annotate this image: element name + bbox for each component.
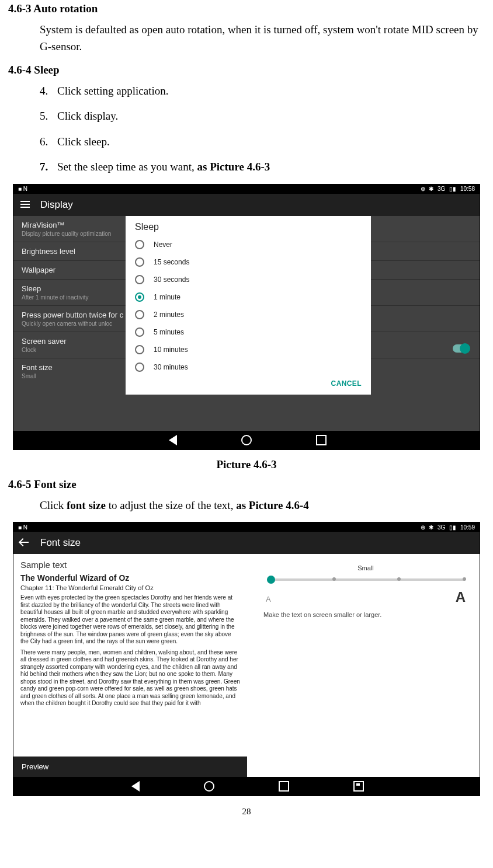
nav-home-icon[interactable] — [241, 435, 252, 445]
radio-icon — [135, 345, 144, 354]
font-size-controls-panel: Small A A Make the text on screen smalle… — [247, 554, 480, 777]
screenshot-font-size: ■ N ⊕ ✱ 3G ▯▮ 10:59 Font size Sample tex… — [13, 522, 480, 796]
step-number: 4. — [40, 82, 57, 99]
radio-icon — [135, 310, 144, 319]
screenshot-sleep-dialog: ■ N ⊕ ✱ 3G ▯▮ 10:58 Display MiraVision™ … — [13, 184, 480, 450]
radio-icon — [135, 327, 144, 337]
sleep-option-never[interactable]: Never — [135, 236, 362, 253]
radio-icon — [135, 275, 144, 284]
option-label: 30 minutes — [154, 363, 188, 371]
sleep-option-30m[interactable]: 30 minutes — [135, 358, 362, 376]
sample-paragraph-2: There were many people, men, women and c… — [20, 649, 240, 707]
nav-home-icon[interactable] — [204, 781, 214, 792]
status-right: ⊕ ✱ 3G ▯▮ 10:59 — [419, 524, 477, 531]
fs-para-c: to adjust the size of the text, — [106, 499, 236, 511]
preview-label: Preview — [22, 762, 48, 771]
small-a-icon: A — [266, 595, 271, 604]
sleep-option-15s[interactable]: 15 seconds — [135, 253, 362, 271]
step7-text-a: Set the sleep time as you want, — [57, 161, 197, 173]
option-label: 5 minutes — [154, 328, 184, 336]
font-size-preview-panel: Sample text The Wonderful Wizard of Oz C… — [13, 554, 247, 777]
option-label: 30 seconds — [154, 276, 189, 284]
step-number: 5. — [40, 107, 57, 124]
fs-para-b: font size — [67, 499, 106, 511]
status-left: ■ N — [17, 524, 29, 531]
step7-text-b: as Picture 4.6-3 — [197, 161, 270, 173]
radio-icon — [135, 240, 144, 249]
sleep-step-6: 6. Click sleep. — [40, 133, 487, 150]
slider-tick — [397, 577, 401, 581]
font-size-helper-text: Make the text on screen smaller or large… — [263, 611, 468, 618]
sleep-dialog: Sleep Never 15 seconds 30 seconds 1 minu… — [126, 216, 371, 395]
slider-tick — [463, 577, 466, 581]
android-status-bar: ■ N ⊕ ✱ 3G ▯▮ 10:59 — [13, 522, 480, 532]
sample-text-area: Sample text The Wonderful Wizard of Oz C… — [13, 554, 247, 757]
sample-paragraph-1: Even with eyes protected by the green sp… — [20, 594, 240, 646]
status-left: ■ N — [17, 186, 29, 192]
step-text: Click setting application. — [57, 82, 169, 99]
sleep-step-5: 5. Click display. — [40, 107, 487, 124]
status-right: ⊕ ✱ 3G ▯▮ 10:58 — [419, 186, 477, 192]
section-heading-font-size: 4.6-5 Font size — [8, 478, 487, 491]
android-status-bar: ■ N ⊕ ✱ 3G ▯▮ 10:58 — [13, 184, 480, 194]
option-label: 1 minute — [154, 293, 180, 301]
step-text: Click display. — [57, 107, 118, 124]
step-text: Set the sleep time as you want, as Pictu… — [57, 158, 270, 175]
nav-back-icon[interactable] — [129, 781, 140, 792]
font-size-slider[interactable] — [267, 578, 464, 581]
radio-icon — [135, 257, 144, 267]
sample-label: Sample text — [20, 560, 240, 571]
app-bar-title: Font size — [40, 537, 81, 549]
fs-para-d: as Picture 4.6-4 — [236, 499, 309, 511]
hamburger-menu-icon[interactable] — [20, 199, 30, 211]
step-number: 6. — [40, 133, 57, 150]
app-bar-font-size: Font size — [13, 532, 480, 554]
nav-recent-icon[interactable] — [316, 435, 327, 445]
app-bar-title: Display — [40, 199, 73, 211]
sleep-dialog-cancel-button[interactable]: CANCEL — [331, 379, 362, 388]
radio-selected-icon — [135, 292, 144, 302]
android-nav-bar — [13, 431, 480, 449]
option-label: Never — [154, 240, 172, 249]
sample-book-title: The Wonderful Wizard of Oz — [20, 573, 240, 584]
section-heading-sleep: 4.6-4 Sleep — [8, 64, 487, 76]
android-nav-bar — [13, 777, 480, 796]
radio-icon — [135, 362, 144, 372]
step-number: 7. — [40, 158, 57, 175]
sleep-step-4: 4. Click setting application. — [40, 82, 487, 99]
slider-value-label: Small — [263, 564, 468, 571]
figure-caption-1: Picture 4.6-3 — [6, 458, 487, 471]
section-heading-auto-rotation: 4.6-3 Auto rotation — [8, 2, 487, 15]
nav-recent-icon[interactable] — [279, 781, 289, 792]
option-label: 15 seconds — [154, 258, 189, 266]
app-bar-display: Display — [13, 194, 480, 216]
slider-thumb[interactable] — [267, 576, 275, 584]
sleep-steps-list: 4. Click setting application. 5. Click d… — [40, 82, 487, 176]
sleep-option-10m[interactable]: 10 minutes — [135, 341, 362, 358]
nav-screenshot-icon[interactable] — [353, 781, 364, 792]
sleep-option-1m[interactable]: 1 minute — [135, 288, 362, 306]
sleep-dialog-title: Sleep — [135, 222, 362, 232]
option-label: 2 minutes — [154, 311, 184, 319]
font-size-paragraph: Click font size to adjust the size of th… — [40, 497, 487, 514]
sleep-option-5m[interactable]: 5 minutes — [135, 323, 362, 341]
page-number: 28 — [6, 807, 487, 817]
slider-tick — [332, 577, 336, 581]
sleep-step-7: 7. Set the sleep time as you want, as Pi… — [40, 158, 487, 175]
fs-para-a: Click — [40, 499, 67, 511]
sample-chapter: Chapter 11: The Wonderful Emerald City o… — [20, 584, 240, 592]
sleep-option-30s[interactable]: 30 seconds — [135, 271, 362, 288]
step-text: Click sleep. — [57, 133, 110, 150]
nav-back-icon[interactable] — [166, 435, 177, 445]
back-arrow-icon[interactable] — [20, 537, 30, 549]
sleep-option-2m[interactable]: 2 minutes — [135, 306, 362, 323]
option-label: 10 minutes — [154, 346, 188, 354]
big-a-icon: A — [456, 589, 466, 605]
slider-a-row: A A — [263, 589, 468, 605]
auto-rotation-paragraph: System is defaulted as open auto rotatio… — [40, 21, 487, 55]
preview-label-bar: Preview — [13, 757, 247, 777]
camera-shortcut-toggle[interactable] — [453, 344, 469, 353]
